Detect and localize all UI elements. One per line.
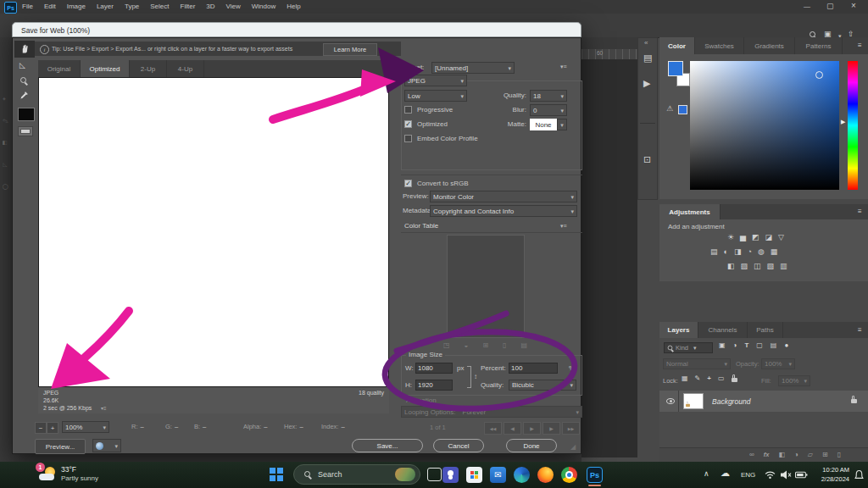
resample-quality-dropdown[interactable]: Bicubic▾ [509, 380, 576, 391]
gamut-warning-icon[interactable]: ⚠ [666, 105, 673, 113]
dialog-titlebar[interactable]: Save for Web (100%) [12, 22, 581, 37]
tab-layers[interactable]: Layers [659, 322, 698, 338]
panel-menu-icon[interactable]: ≡ [858, 42, 862, 49]
invert-icon[interactable]: ◧ [727, 263, 735, 270]
websafe-shift-icon[interactable]: ⊞ [482, 341, 488, 349]
curves-icon[interactable]: ◩ [752, 234, 760, 241]
layer-search-box[interactable]: Kind ▾ [664, 342, 713, 353]
preview-browser-selector[interactable]: ▾ [92, 439, 121, 452]
color-lookup-icon[interactable]: ▦ [771, 248, 778, 256]
brightness-contrast-icon[interactable]: ☀ [727, 234, 734, 241]
posterize-icon[interactable]: ▨ [741, 263, 748, 270]
chrome-app-icon[interactable] [561, 467, 577, 483]
color-field[interactable] [690, 61, 839, 190]
menu-edit[interactable]: Edit [44, 3, 56, 10]
learn-more-button[interactable]: Learn More [323, 43, 377, 56]
tab-optimized[interactable]: Optimized [81, 60, 130, 77]
actions-icon[interactable]: ▶ [643, 79, 650, 88]
status-menu-icon[interactable]: ▾≡ [101, 406, 107, 411]
expand-panels-icon[interactable]: « [644, 40, 648, 47]
filter-toggle-icon[interactable]: ● [784, 342, 788, 349]
layer-mask-icon[interactable]: ◧ [778, 451, 785, 458]
hand-tool[interactable] [14, 41, 35, 58]
language-indicator[interactable]: ENG [741, 471, 755, 479]
tab-2up[interactable]: 2-Up [130, 60, 167, 77]
zoom-level-dropdown[interactable]: 100%▾ [62, 421, 109, 433]
hue-slider-bar[interactable] [848, 61, 858, 190]
lock-color-icon[interactable]: ◒ [465, 341, 469, 349]
height-input[interactable] [415, 380, 453, 391]
layer-style-icon[interactable]: fx [764, 451, 770, 458]
start-button[interactable] [270, 468, 283, 481]
mail-app-icon[interactable]: ✉ [490, 467, 506, 483]
channel-mixer-icon[interactable]: ◍ [758, 248, 765, 256]
color-balance-icon[interactable]: ◐ [724, 248, 728, 256]
photoshop-taskbar-icon[interactable]: Ps [587, 467, 603, 483]
compression-dropdown[interactable]: Low▾ [404, 90, 467, 102]
menu-help[interactable]: Help [287, 3, 300, 10]
optimized-checkbox[interactable]: ✓ [404, 120, 412, 128]
eyedropper-tool[interactable] [19, 91, 29, 100]
foreground-color-swatch[interactable] [668, 61, 683, 76]
tab-4up[interactable]: 4-Up [167, 60, 204, 77]
layer-visibility-icon[interactable] [666, 398, 675, 404]
filter-shape-layers-icon[interactable]: ▢ [756, 342, 763, 349]
eyedropper-color-swatch[interactable] [18, 108, 35, 121]
onedrive-cloud-icon[interactable]: ☁ [721, 468, 730, 479]
search-daily-image[interactable] [395, 468, 415, 481]
fill-value[interactable]: 100%▾ [778, 375, 810, 386]
preset-flyout-icon[interactable]: ▾≡ [560, 64, 567, 69]
toggle-slices-button[interactable] [18, 126, 33, 136]
gamut-color-chip[interactable] [678, 105, 687, 114]
menu-view[interactable]: View [226, 3, 241, 10]
panel-menu-icon[interactable]: ≡ [858, 327, 862, 334]
percent-input[interactable] [509, 363, 558, 374]
resize-grip-icon[interactable]: ◢ [570, 443, 576, 451]
tab-gradients[interactable]: Gradients [744, 37, 795, 54]
layer-thumbnail[interactable] [683, 393, 704, 409]
last-frame-button[interactable]: ▶▶ [562, 422, 580, 435]
preset-dropdown[interactable]: [Unnamed]▾ [431, 62, 515, 74]
exposure-icon[interactable]: ◪ [765, 234, 773, 241]
delete-layer-icon[interactable]: ▯ [837, 451, 841, 458]
taskbar-search[interactable]: Search [293, 464, 420, 485]
export-icon[interactable]: ⊡ [643, 155, 651, 164]
edge-app-icon[interactable] [514, 467, 530, 483]
menu-type[interactable]: Type [125, 3, 139, 10]
hue-slider-arrow-icon[interactable]: ▶ [841, 119, 845, 125]
weather-widget[interactable]: 1 33°F Partly sunny [34, 463, 153, 486]
vibrance-icon[interactable]: ▽ [778, 234, 784, 241]
preview-mode-dropdown[interactable]: Monitor Color▾ [430, 191, 577, 202]
menu-3d[interactable]: 3D [206, 3, 214, 10]
looping-options-dropdown[interactable]: Looping Options:Forever ▾ [401, 406, 582, 418]
tab-paths[interactable]: Paths [748, 322, 783, 338]
clock[interactable]: 10:20 AM 2/28/2024 [812, 465, 849, 485]
delete-color-icon[interactable]: ▤ [521, 341, 528, 349]
format-dropdown[interactable]: JPEG▾ [404, 75, 467, 86]
restore-icon[interactable]: ▢ [826, 3, 834, 10]
tab-channels[interactable]: Channels [698, 322, 748, 338]
lock-pixels-icon[interactable]: ✎ [695, 375, 701, 382]
blur-value[interactable]: 0▾ [530, 104, 567, 116]
threshold-icon[interactable]: ◫ [754, 263, 761, 270]
new-group-icon[interactable]: ▱ [808, 451, 813, 458]
width-input[interactable] [415, 363, 453, 374]
levels-icon[interactable]: ▅ [740, 234, 746, 241]
new-adjustment-layer-icon[interactable]: ◑ [794, 451, 798, 458]
opacity-value[interactable]: 100%▾ [761, 358, 795, 369]
teams-app-icon[interactable] [442, 467, 459, 483]
color-table-box[interactable] [447, 235, 525, 338]
preview-button[interactable]: Preview... [35, 439, 86, 454]
battery-icon[interactable] [795, 471, 808, 479]
cancel-button[interactable]: Cancel [433, 439, 484, 452]
selective-color-icon[interactable]: ▧ [767, 263, 775, 270]
filter-type-layers-icon[interactable]: T [744, 342, 748, 349]
task-view-icon[interactable] [427, 468, 442, 481]
zoom-in-button[interactable]: + [47, 422, 58, 434]
preview-image[interactable] [38, 77, 389, 387]
menu-image[interactable]: Image [67, 3, 86, 10]
new-layer-icon[interactable]: ⊞ [822, 451, 828, 458]
eyedropper-swatch-icon[interactable]: ◳ [443, 341, 450, 349]
color-picker-ring[interactable] [815, 71, 823, 79]
slice-select-tool[interactable]: ◺ [19, 62, 25, 69]
